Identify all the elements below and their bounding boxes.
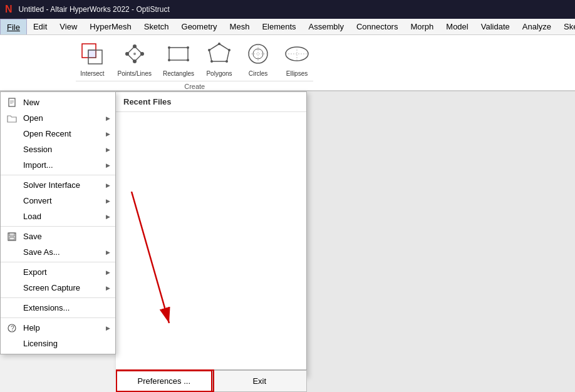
menu-analyze-label: Analyze bbox=[522, 22, 551, 31]
menu-open-recent-label: Open Recent bbox=[23, 129, 71, 138]
menu-mesh[interactable]: Mesh bbox=[224, 19, 256, 34]
menu-morph[interactable]: Morph bbox=[404, 19, 440, 34]
menu-sketch-label: Sketch bbox=[144, 22, 169, 31]
menu-model[interactable]: Model bbox=[440, 19, 474, 34]
menu-geometry-label: Geometry bbox=[182, 22, 217, 31]
ribbon-icons-row: Intersect bbox=[76, 39, 313, 78]
menu-item-licensing[interactable]: Licensing bbox=[1, 336, 115, 351]
svg-point-15 bbox=[133, 53, 136, 55]
menu-file-label: File bbox=[7, 23, 20, 32]
svg-point-12 bbox=[133, 45, 136, 48]
menu-item-open-recent[interactable]: Open Recent bbox=[1, 126, 115, 142]
separator-3 bbox=[1, 262, 115, 262]
recent-files-content bbox=[116, 112, 306, 331]
points-lines-icon bbox=[121, 40, 148, 68]
menu-morph-label: Morph bbox=[410, 22, 433, 31]
menu-assembly-label: Assembly bbox=[309, 22, 344, 31]
menu-load-label: Load bbox=[23, 212, 41, 221]
preferences-button[interactable]: Preferences ... bbox=[116, 370, 212, 392]
ribbon-circles[interactable]: Circles bbox=[242, 39, 274, 78]
menu-item-screen-capture[interactable]: Screen Capture bbox=[1, 280, 115, 296]
menu-file[interactable]: File bbox=[0, 19, 27, 34]
save-icon bbox=[6, 230, 18, 243]
main-content: New Open Open Recent Session Import... S… bbox=[0, 91, 575, 392]
polygons-label: Polygons bbox=[206, 70, 232, 77]
svg-point-18 bbox=[187, 46, 189, 49]
menu-edit[interactable]: Edit bbox=[27, 19, 53, 34]
menu-validate[interactable]: Validate bbox=[475, 19, 516, 34]
menu-geometry[interactable]: Geometry bbox=[175, 19, 224, 34]
svg-point-19 bbox=[168, 59, 170, 61]
menu-model-label: Model bbox=[446, 22, 468, 31]
menu-item-solver-interface[interactable]: Solver Interface bbox=[1, 177, 115, 193]
ribbon-points-lines[interactable]: Points/Lines bbox=[115, 39, 153, 78]
svg-marker-21 bbox=[209, 44, 229, 61]
exit-button[interactable]: Exit bbox=[212, 370, 308, 392]
menu-convert-label: Convert bbox=[23, 196, 52, 205]
circles-label: Circles bbox=[249, 70, 268, 77]
menu-item-help[interactable]: ? Help bbox=[1, 320, 115, 336]
ribbon-rectangles[interactable]: Rectangles bbox=[160, 39, 197, 78]
menu-hypermesh[interactable]: HyperMesh bbox=[83, 19, 137, 34]
workspace bbox=[307, 91, 575, 392]
menu-item-export[interactable]: Export bbox=[1, 264, 115, 280]
menu-view-label: View bbox=[60, 22, 77, 31]
menu-elements[interactable]: Elements bbox=[256, 19, 302, 34]
menu-item-convert[interactable]: Convert bbox=[1, 193, 115, 209]
menu-item-open[interactable]: Open bbox=[1, 110, 115, 126]
menu-solver-interface-label: Solver Interface bbox=[23, 180, 80, 190]
rectangles-label: Rectangles bbox=[163, 70, 194, 77]
menu-session-label: Session bbox=[23, 145, 52, 154]
separator-2 bbox=[1, 226, 115, 227]
menu-item-save-as[interactable]: Save As... bbox=[1, 244, 115, 260]
menu-connectors[interactable]: Connectors bbox=[350, 19, 404, 34]
menu-mesh-label: Mesh bbox=[230, 22, 250, 31]
menu-item-import[interactable]: Import... bbox=[1, 157, 115, 173]
menu-skeleton[interactable]: Skeleton bbox=[557, 19, 575, 34]
svg-point-22 bbox=[218, 43, 220, 45]
help-icon: ? bbox=[6, 322, 18, 334]
svg-rect-2 bbox=[88, 50, 96, 58]
svg-rect-39 bbox=[9, 233, 14, 236]
menu-connectors-label: Connectors bbox=[356, 22, 398, 31]
menu-edit-label: Edit bbox=[33, 22, 47, 31]
svg-point-25 bbox=[210, 60, 213, 63]
svg-text:?: ? bbox=[11, 325, 14, 332]
menu-export-label: Export bbox=[23, 267, 47, 277]
svg-point-17 bbox=[168, 46, 170, 49]
menu-item-load[interactable]: Load bbox=[1, 209, 115, 224]
recent-files-footer: Preferences ... Exit bbox=[116, 369, 307, 392]
menu-item-extensions[interactable]: Extensions... bbox=[1, 300, 115, 316]
ellipses-icon bbox=[283, 40, 311, 68]
svg-point-26 bbox=[208, 49, 210, 51]
menu-assembly[interactable]: Assembly bbox=[303, 19, 350, 34]
app-logo: N bbox=[5, 4, 13, 15]
ribbon-create-label: Create bbox=[76, 81, 313, 90]
menu-elements-label: Elements bbox=[262, 22, 296, 31]
menu-item-save[interactable]: Save bbox=[1, 229, 115, 244]
svg-point-24 bbox=[225, 60, 228, 63]
ribbon-intersect[interactable]: Intersect bbox=[76, 39, 108, 78]
svg-line-9 bbox=[135, 54, 142, 61]
ellipses-label: Ellipses bbox=[286, 70, 308, 77]
ribbon-polygons[interactable]: Polygons bbox=[203, 39, 236, 78]
intersect-label: Intersect bbox=[80, 70, 104, 77]
svg-line-10 bbox=[127, 54, 135, 61]
ribbon-ellipses[interactable]: Ellipses bbox=[281, 39, 313, 78]
menu-licensing-label: Licensing bbox=[23, 339, 58, 348]
menu-save-as-label: Save As... bbox=[23, 247, 60, 257]
menu-help-label: Help bbox=[23, 323, 40, 333]
separator-1 bbox=[1, 175, 115, 175]
circles-icon bbox=[244, 40, 272, 68]
menu-screen-capture-label: Screen Capture bbox=[23, 283, 80, 292]
svg-rect-34 bbox=[9, 98, 15, 106]
menu-item-new[interactable]: New bbox=[1, 95, 115, 110]
svg-point-20 bbox=[187, 59, 189, 61]
menu-view[interactable]: View bbox=[53, 19, 83, 34]
menu-sketch[interactable]: Sketch bbox=[138, 19, 175, 34]
menu-item-session[interactable]: Session bbox=[1, 142, 115, 157]
menu-skeleton-label: Skeleton bbox=[564, 22, 575, 31]
menu-analyze[interactable]: Analyze bbox=[516, 19, 557, 34]
folder-icon bbox=[6, 112, 18, 125]
polygons-icon bbox=[205, 40, 233, 68]
